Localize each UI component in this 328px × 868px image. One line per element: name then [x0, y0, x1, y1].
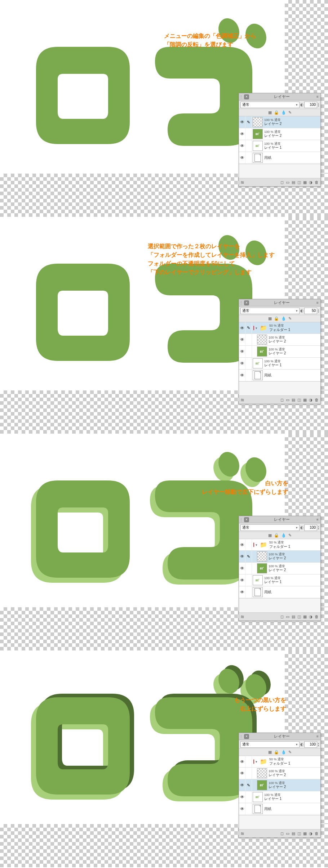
expand-toggle[interactable]: ▾ [256, 760, 259, 764]
visibility-toggle[interactable]: 👁 [239, 128, 245, 140]
footer-button-1[interactable]: ▭ [285, 398, 290, 402]
opacity-slider-icon[interactable]: ◐ [300, 742, 303, 746]
layer-row[interactable]: 👁 100 % 通常 レイヤー 2 [239, 768, 320, 779]
footer-button-0[interactable]: ◻ [280, 398, 284, 402]
layer-row[interactable]: 👁 ┃▾ 📁 50 % 通常 フォルダー 1 [239, 539, 320, 551]
visibility-toggle[interactable]: 👁 [239, 539, 245, 550]
footer-button-3[interactable]: ◫ [297, 831, 301, 836]
edit-indicator[interactable] [245, 128, 252, 140]
footer-button-0[interactable]: ◻ [280, 831, 284, 836]
footer-button-4[interactable]: ▦ [303, 831, 307, 836]
layer-row[interactable]: 👁 ﾛｺﾞ 100 % 通常 レイヤー 1 [239, 791, 320, 803]
layer-row[interactable]: 👁 ﾛｺﾞ 100 % 通常 レイヤー 2 [239, 563, 320, 574]
opacity-input[interactable]: 100 [304, 524, 317, 531]
footer-button-3[interactable]: ◫ [297, 398, 301, 402]
opacity-input[interactable]: 100 [304, 102, 317, 108]
edit-indicator[interactable]: ✎ [245, 551, 252, 562]
footer-button-5[interactable]: ◑ [309, 398, 313, 402]
panel-close-button[interactable]: × [244, 734, 249, 739]
layer-row[interactable]: 👁 ﾛｺﾞ 100 % 通常 レイヤー 1 [239, 574, 320, 586]
layer-row[interactable]: 👁 100 % 通常 レイヤー 2 [239, 334, 320, 346]
edit-indicator[interactable] [245, 370, 252, 381]
footer-button-6[interactable]: 🗑 [314, 398, 319, 402]
visibility-toggle[interactable]: 👁 [239, 152, 245, 164]
layer-row[interactable]: 👁 ✎ 100 % 通常 レイヤー 2 [239, 551, 320, 563]
lock-alpha-icon[interactable]: 💧 [281, 110, 286, 115]
edit-indicator[interactable] [245, 152, 252, 164]
panel-close-button[interactable]: × [244, 300, 249, 305]
footer-button-2[interactable]: ▤ [291, 398, 296, 402]
footer-button-5[interactable]: ◑ [309, 180, 313, 185]
expand-toggle[interactable]: ▾ [256, 326, 259, 330]
edit-indicator[interactable] [245, 563, 252, 574]
footer-button-3[interactable]: ◫ [297, 614, 301, 619]
lock-all-icon[interactable]: ▦ [268, 533, 272, 538]
opacity-input[interactable]: 100 [304, 741, 317, 748]
visibility-toggle[interactable]: 👁 [239, 791, 245, 803]
footer-button-5[interactable]: ◑ [309, 831, 313, 836]
layer-row[interactable]: 👁 ✎ 100 % 通常 レイヤー 2 [239, 116, 320, 128]
blend-mode-dropdown[interactable]: 通常 ▾ [240, 741, 300, 748]
panel-stack-icon[interactable]: ≋ [240, 397, 244, 403]
lock-pixels-icon[interactable]: 🔒 [274, 750, 279, 755]
blend-mode-dropdown[interactable]: 通常 ▾ [240, 102, 300, 108]
edit-indicator[interactable] [245, 791, 252, 803]
edit-indicator[interactable] [245, 803, 252, 815]
lock-all-icon[interactable]: ▦ [268, 110, 272, 115]
lock-all-icon[interactable]: ▦ [268, 750, 272, 755]
opacity-stepper[interactable]: ▴▾ [318, 309, 319, 313]
visibility-toggle[interactable]: 👁 [239, 768, 245, 779]
panel-menu-button[interactable]: ≡ [315, 95, 320, 99]
footer-button-3[interactable]: ◫ [297, 180, 301, 185]
lock-edit-icon[interactable]: ✎ [288, 750, 292, 755]
panel-stack-icon[interactable]: ≋ [240, 614, 244, 619]
layer-row[interactable]: 👁 ﾛｺﾞ 100 % 通常 レイヤー 1 [239, 358, 320, 370]
layer-row[interactable]: 👁 ﾛｺﾞ 100 % 通常 レイヤー 2 [239, 128, 320, 140]
panel-stack-icon[interactable]: ≋ [240, 831, 244, 836]
visibility-toggle[interactable]: 👁 [239, 756, 245, 767]
visibility-toggle[interactable]: 👁 [239, 116, 245, 128]
visibility-toggle[interactable]: 👁 [239, 346, 245, 357]
panel-menu-button[interactable]: ≡ [315, 518, 320, 522]
edit-indicator[interactable]: ✎ [245, 779, 252, 791]
visibility-toggle[interactable]: 👁 [239, 140, 245, 152]
footer-button-2[interactable]: ▤ [291, 180, 296, 185]
visibility-toggle[interactable]: 👁 [239, 322, 245, 334]
opacity-input[interactable]: 50 [304, 308, 317, 314]
lock-alpha-icon[interactable]: 💧 [281, 750, 286, 755]
footer-button-4[interactable]: ▦ [303, 614, 307, 619]
blend-mode-dropdown[interactable]: 通常 ▾ [240, 308, 300, 314]
visibility-toggle[interactable]: 👁 [239, 803, 245, 815]
layer-row[interactable]: 👁 用紙 [239, 586, 320, 598]
footer-button-2[interactable]: ▤ [291, 614, 296, 619]
edit-indicator[interactable] [245, 768, 252, 779]
footer-button-0[interactable]: ◻ [280, 180, 284, 185]
panel-grip-icon[interactable]: ⋮ [239, 516, 243, 523]
expand-toggle[interactable]: ▾ [256, 543, 259, 547]
edit-indicator[interactable] [245, 539, 252, 550]
visibility-toggle[interactable]: 👁 [239, 334, 245, 345]
panel-titlebar[interactable]: ⋮ × レイヤー ≡ [239, 733, 320, 740]
edit-indicator[interactable] [245, 358, 252, 369]
panel-close-button[interactable]: × [244, 517, 249, 522]
layer-row[interactable]: 👁 ﾛｺﾞ 100 % 通常 レイヤー 1 [239, 140, 320, 152]
visibility-toggle[interactable]: 👁 [239, 370, 245, 381]
lock-pixels-icon[interactable]: 🔒 [274, 110, 279, 115]
opacity-stepper[interactable]: ▴▾ [318, 525, 319, 530]
layer-row[interactable]: 👁 ┃▾ 📁 50 % 通常 フォルダー 1 [239, 756, 320, 768]
footer-button-6[interactable]: 🗑 [314, 831, 319, 836]
visibility-toggle[interactable]: 👁 [239, 563, 245, 574]
panel-menu-button[interactable]: ≡ [315, 734, 320, 738]
footer-button-1[interactable]: ▭ [285, 831, 290, 836]
edit-indicator[interactable] [245, 574, 252, 586]
visibility-toggle[interactable]: 👁 [239, 574, 245, 586]
panel-grip-icon[interactable]: ⋮ [239, 299, 243, 307]
opacity-slider-icon[interactable]: ◐ [300, 309, 303, 313]
layer-row[interactable]: 👁 ﾛｺﾞ 100 % 通常 レイヤー 2 [239, 346, 320, 358]
footer-button-6[interactable]: 🗑 [314, 614, 319, 619]
panel-close-button[interactable]: × [244, 94, 249, 99]
footer-button-6[interactable]: 🗑 [314, 180, 319, 185]
layer-row[interactable]: 👁 ✎ ┃▾ 📁 50 % 通常 フォルダー 1 [239, 322, 320, 334]
opacity-stepper[interactable]: ▴▾ [318, 742, 319, 747]
lock-pixels-icon[interactable]: 🔒 [274, 316, 279, 321]
